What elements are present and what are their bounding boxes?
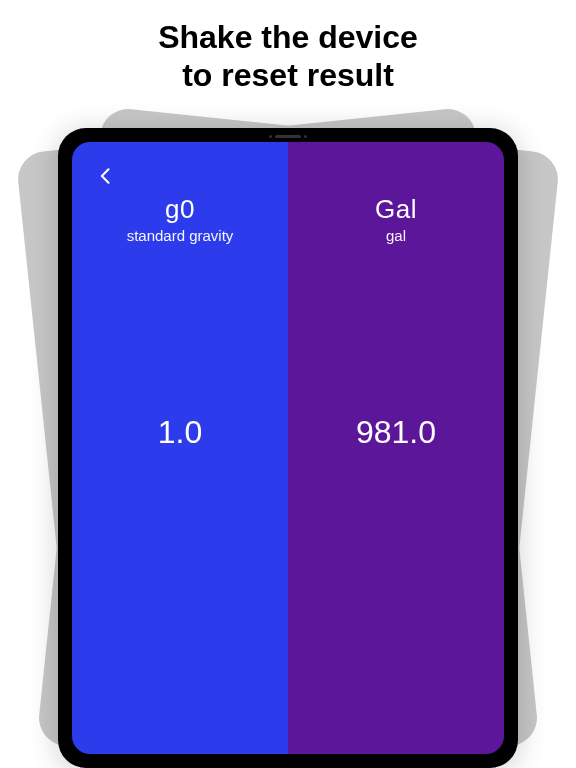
heading-line-2: to reset result [0, 56, 576, 94]
right-unit-pane[interactable]: Gal gal 981.0 [288, 142, 504, 754]
right-value: 981.0 [356, 414, 436, 451]
tablet-notch [269, 135, 307, 138]
tablet-stage: g0 standard gravity 1.0 Gal gal 981.0 [0, 128, 576, 768]
tablet-frame: g0 standard gravity 1.0 Gal gal 981.0 [58, 128, 518, 768]
left-unit-block: g0 standard gravity [127, 194, 234, 244]
heading-line-1: Shake the device [0, 18, 576, 56]
left-value: 1.0 [158, 414, 202, 451]
left-unit-pane[interactable]: g0 standard gravity 1.0 [72, 142, 288, 754]
right-unit-block: Gal gal [375, 194, 417, 244]
left-unit-name: standard gravity [127, 227, 234, 244]
instruction-heading: Shake the device to reset result [0, 0, 576, 95]
right-unit-symbol: Gal [375, 194, 417, 225]
chevron-left-icon [96, 166, 116, 186]
left-unit-symbol: g0 [127, 194, 234, 225]
tablet-screen: g0 standard gravity 1.0 Gal gal 981.0 [72, 142, 504, 754]
right-unit-name: gal [375, 227, 417, 244]
back-button[interactable] [96, 166, 116, 186]
